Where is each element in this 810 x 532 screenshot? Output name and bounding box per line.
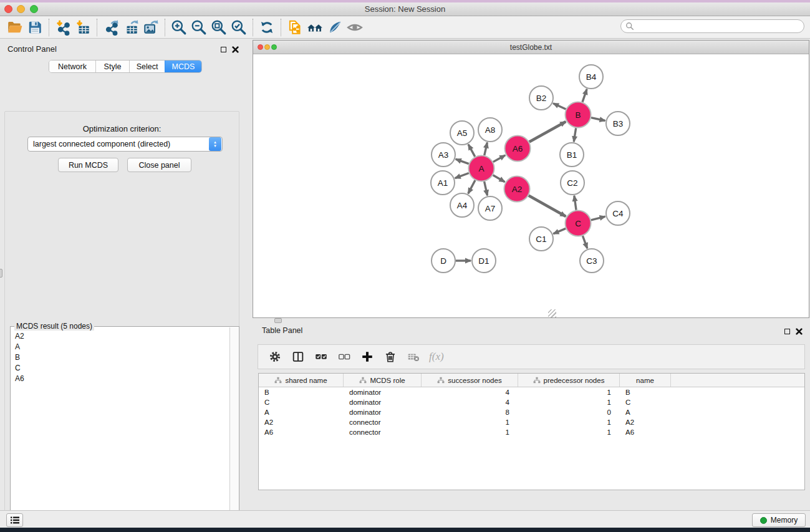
graph-edge-C-C3[interactable] [582,236,587,248]
memory-button[interactable]: Memory [752,513,806,527]
cell-successor-nodes[interactable]: 8 [422,409,518,416]
graph-edge-B-B4[interactable] [582,89,587,102]
zoom-in-button[interactable] [169,17,189,37]
float-table-panel-icon[interactable] [783,327,791,336]
graph-node-B2[interactable]: B2 [529,86,553,110]
close-window-button[interactable] [4,5,12,13]
column-header-shared-name[interactable]: shared name [259,374,344,387]
cell-name[interactable]: A6 [620,428,671,436]
cell-MCDS-role[interactable]: dominator [344,409,422,416]
cell-shared-name[interactable]: A2 [259,418,344,426]
search-field[interactable] [620,19,804,33]
graph-node-A5[interactable]: A5 [450,121,474,145]
table-row[interactable]: Adominator80A [259,407,804,417]
graph-edge-A-A7[interactable] [485,181,488,195]
graph-edge-B-B3[interactable] [591,118,605,121]
cell-predecessor-nodes[interactable]: 1 [518,399,620,406]
save-session-button[interactable] [25,17,45,37]
import-table-button[interactable] [73,17,93,37]
cell-MCDS-role[interactable]: dominator [344,389,422,396]
cell-successor-nodes[interactable]: 1 [422,428,518,436]
graph-node-D[interactable]: D [432,249,455,273]
graph-node-A8[interactable]: A8 [478,118,502,142]
zoom-fit-button[interactable] [209,17,229,37]
select-all-checkboxes-button[interactable] [312,348,330,365]
cell-predecessor-nodes[interactable]: 1 [518,418,620,426]
cell-MCDS-role[interactable]: connector [344,428,422,436]
export-network-button[interactable] [101,17,121,37]
tab-mcds[interactable]: MCDS [165,60,201,72]
minimize-window-button[interactable] [17,5,25,13]
graph-edge-A-A3[interactable] [456,159,469,164]
graph-edge-A-A5[interactable] [468,144,475,157]
network-canvas[interactable]: A5A8A6A3AA1A2A4A7B4B2BB3B1C2C4CC1C3DD1 [253,55,809,317]
cell-shared-name[interactable]: C [259,399,344,406]
mcds-result-item[interactable]: A6 [11,373,229,384]
graph-node-D1[interactable]: D1 [472,249,496,273]
home-button[interactable] [305,17,325,37]
clone-network-button[interactable] [285,17,305,37]
cell-predecessor-nodes[interactable]: 1 [518,389,620,396]
graph-node-A4[interactable]: A4 [450,193,474,217]
deselect-all-checkboxes-button[interactable] [335,348,353,365]
graph-node-A3[interactable]: A3 [432,143,455,167]
mcds-result-item[interactable]: A2 [11,331,229,341]
cell-successor-nodes[interactable]: 1 [422,418,518,426]
network-window-title-bar[interactable]: testGlobe.txt [253,41,809,54]
table-row[interactable]: Cdominator41C [259,397,804,407]
column-header-successor-nodes[interactable]: successor nodes [422,374,518,387]
graph-node-A2[interactable]: A2 [504,177,530,202]
table-row[interactable]: Bdominator41B [259,387,804,397]
graph-edge-A-A1[interactable] [455,173,469,178]
graph-node-C1[interactable]: C1 [529,227,553,251]
tab-network[interactable]: Network [49,60,95,72]
cell-name[interactable]: C [620,399,671,406]
cell-MCDS-role[interactable]: dominator [344,399,422,406]
graph-node-B3[interactable]: B3 [606,112,630,135]
run-mcds-button[interactable]: Run MCDS [58,158,118,172]
network-minimize-button[interactable] [264,44,270,50]
graph-node-C[interactable]: C [566,211,591,236]
mcds-result-scrollbar[interactable] [229,327,238,532]
zoom-out-button[interactable] [189,17,209,37]
cell-successor-nodes[interactable]: 4 [422,399,518,406]
column-header-MCDS-role[interactable]: MCDS role [344,374,422,387]
cell-shared-name[interactable]: A [259,409,344,416]
graph-node-B4[interactable]: B4 [579,65,603,89]
graph-edge-A-A8[interactable] [485,142,488,155]
close-panel-button[interactable]: Close panel [127,158,191,172]
cell-successor-nodes[interactable]: 4 [422,389,518,396]
close-panel-icon[interactable] [231,45,239,54]
split-panel-button[interactable] [289,348,307,365]
cell-predecessor-nodes[interactable]: 1 [518,428,620,436]
export-table-button[interactable] [121,17,141,37]
export-image-button[interactable] [141,17,161,37]
graph-edge-A-A4[interactable] [468,180,475,193]
graph-edge-B-B2[interactable] [553,104,566,109]
cell-name[interactable]: A [620,409,671,416]
zoom-selected-button[interactable] [229,17,249,37]
mcds-result-item[interactable]: C [11,362,229,373]
import-network-button[interactable] [53,17,73,37]
cell-predecessor-nodes[interactable]: 0 [518,409,620,416]
optimization-criterion-select[interactable]: largest connected component (directed) ▲… [27,137,223,152]
graph-edge-A-A2[interactable] [493,175,505,182]
hide-graphics-details-button[interactable] [325,17,345,37]
network-close-button[interactable] [258,44,263,50]
graph-edge-B-B1[interactable] [574,128,576,142]
graph-node-C4[interactable]: C4 [606,201,630,225]
graph-node-A7[interactable]: A7 [478,196,502,220]
graph-edge-C-C4[interactable] [591,216,605,220]
graph-node-C3[interactable]: C3 [580,249,604,273]
tab-style[interactable]: Style [95,60,129,72]
graph-edge-A2-C[interactable] [529,196,566,216]
table-row[interactable]: A6connector11A6 [259,427,804,437]
close-table-panel-icon[interactable] [794,327,803,336]
graph-node-C2[interactable]: C2 [561,171,584,195]
network-maximize-button[interactable] [271,44,277,50]
graph-edge-A-A6[interactable] [493,155,505,162]
network-vertical-scrollbar-thumb[interactable] [0,269,2,278]
graph-node-A[interactable]: A [469,156,494,181]
graph-edge-C-C1[interactable] [553,228,566,233]
settings-button[interactable] [266,348,284,365]
